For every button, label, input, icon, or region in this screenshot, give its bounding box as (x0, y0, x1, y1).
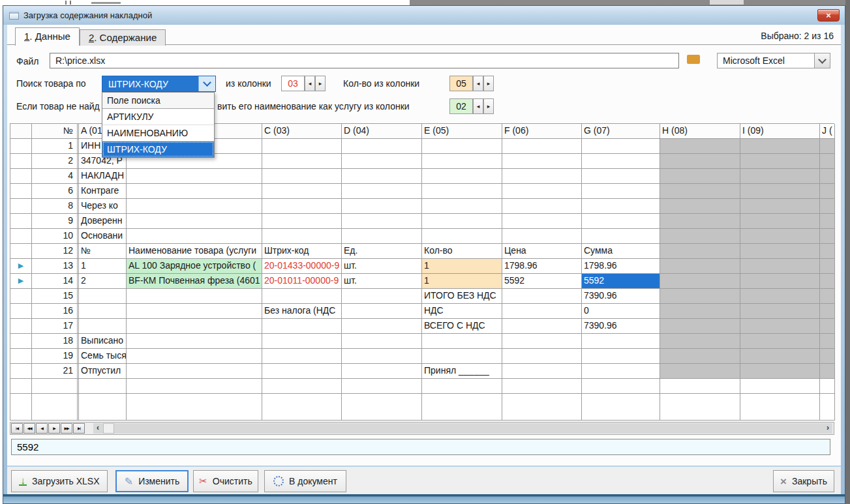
grid-cell[interactable]: Без налога (НДС (262, 304, 342, 319)
grid-cell[interactable] (660, 379, 740, 394)
grid-cell[interactable] (740, 214, 820, 229)
grid-cell[interactable] (740, 259, 820, 274)
grid-cell[interactable] (502, 169, 582, 184)
grid-cell[interactable]: Принял ______ (422, 364, 502, 379)
grid-cell[interactable] (127, 349, 262, 364)
grid-cell[interactable]: Через ко (79, 199, 127, 214)
grid-cell[interactable] (79, 289, 127, 304)
grid-cell[interactable] (820, 379, 835, 394)
grid-cell[interactable] (127, 229, 262, 244)
grid-cell[interactable] (79, 379, 127, 394)
grid-cell[interactable] (820, 349, 835, 364)
horizontal-scrollbar[interactable]: ‹ › (93, 423, 832, 434)
grid-corner[interactable] (10, 124, 32, 139)
grid-cell[interactable] (820, 184, 835, 199)
service-column-value[interactable]: 02 (449, 98, 473, 114)
scrollbar-thumb[interactable] (103, 423, 114, 434)
grid-cell[interactable] (740, 349, 820, 364)
nav-button[interactable]: |◀ (11, 423, 23, 434)
grid-cell[interactable] (342, 184, 422, 199)
grid-cell[interactable] (660, 199, 740, 214)
row-indicator[interactable] (10, 139, 32, 154)
grid-cell[interactable] (262, 289, 342, 304)
row-number[interactable]: 6 (32, 184, 79, 199)
grid-cell[interactable] (660, 154, 740, 169)
grid-header[interactable]: № (32, 124, 79, 139)
nav-button[interactable]: ◀◀ (23, 423, 35, 434)
grid-cell[interactable]: 0 (582, 304, 660, 319)
grid-cell[interactable] (262, 229, 342, 244)
grid-cell[interactable]: Контраге (79, 184, 127, 199)
grid-header[interactable]: F (06) (502, 124, 582, 139)
row-marker-icon[interactable]: ▶ (10, 259, 32, 274)
grid-cell[interactable] (820, 394, 835, 421)
grid-cell[interactable]: 1 (79, 259, 127, 274)
grid-cell[interactable]: 1 (422, 274, 502, 289)
grid-cell[interactable] (820, 229, 835, 244)
grid-cell[interactable] (740, 154, 820, 169)
grid-cell[interactable]: НАКЛАДН (79, 169, 127, 184)
row-number[interactable]: 21 (32, 364, 79, 379)
grid-cell[interactable] (127, 169, 262, 184)
grid-cell[interactable]: 7390.96 (582, 319, 660, 334)
grid-cell[interactable] (342, 304, 422, 319)
row-indicator[interactable] (10, 304, 32, 319)
grid-cell[interactable]: Ед. (342, 244, 422, 259)
grid-cell[interactable] (502, 349, 582, 364)
grid-cell[interactable] (660, 304, 740, 319)
grid-cell[interactable] (262, 349, 342, 364)
row-indicator[interactable] (10, 349, 32, 364)
row-indicator[interactable] (10, 364, 32, 379)
grid-cell[interactable] (582, 199, 660, 214)
cell-edit-input[interactable] (11, 439, 830, 455)
grid-cell[interactable] (660, 169, 740, 184)
grid-cell[interactable]: № (79, 244, 127, 259)
grid-cell[interactable] (79, 304, 127, 319)
row-indicator[interactable] (10, 394, 32, 421)
row-indicator[interactable] (10, 289, 32, 304)
grid-cell[interactable] (342, 229, 422, 244)
search-column-value[interactable]: 03 (281, 76, 305, 91)
grid-cell[interactable] (820, 244, 835, 259)
grid-cell[interactable] (660, 274, 740, 289)
row-number[interactable]: 1 (32, 139, 79, 154)
grid-cell[interactable] (660, 214, 740, 229)
row-indicator[interactable] (10, 334, 32, 349)
grid-cell[interactable] (740, 199, 820, 214)
spin-right-icon[interactable]: ▸ (483, 98, 494, 114)
row-number[interactable]: 8 (32, 199, 79, 214)
grid-cell[interactable] (582, 364, 660, 379)
grid-cell[interactable] (422, 379, 502, 394)
row-number[interactable]: 2 (32, 154, 79, 169)
grid-cell[interactable] (262, 394, 342, 421)
row-indicator[interactable] (10, 229, 32, 244)
grid-cell[interactable] (502, 364, 582, 379)
grid-cell[interactable]: Выписано (79, 334, 127, 349)
grid-cell[interactable] (342, 169, 422, 184)
nav-button[interactable]: ◀ (36, 423, 48, 434)
grid-cell[interactable] (342, 214, 422, 229)
grid-cell[interactable] (342, 289, 422, 304)
grid-cell[interactable]: ИТОГО БЕЗ НДС (422, 289, 502, 304)
chevron-down-icon[interactable] (814, 53, 830, 68)
grid-cell[interactable] (582, 394, 660, 421)
grid-cell[interactable] (502, 139, 582, 154)
row-number[interactable]: 14 (32, 274, 79, 289)
grid-cell[interactable] (582, 139, 660, 154)
grid-cell[interactable] (502, 304, 582, 319)
grid-cell[interactable] (660, 364, 740, 379)
row-indicator[interactable] (10, 199, 32, 214)
grid-cell[interactable] (422, 184, 502, 199)
grid-cell[interactable] (740, 169, 820, 184)
grid-cell[interactable] (820, 169, 835, 184)
row-number[interactable]: 9 (32, 214, 79, 229)
grid-cell[interactable] (582, 379, 660, 394)
grid-cell[interactable] (740, 289, 820, 304)
grid-cell[interactable] (820, 304, 835, 319)
nav-button[interactable]: ▶| (73, 423, 85, 434)
grid-cell[interactable] (660, 289, 740, 304)
grid-cell[interactable]: 20-01433-00000-9 (262, 259, 342, 274)
grid-cell[interactable] (502, 394, 582, 421)
grid-cell[interactable] (127, 289, 262, 304)
row-indicator[interactable] (10, 244, 32, 259)
